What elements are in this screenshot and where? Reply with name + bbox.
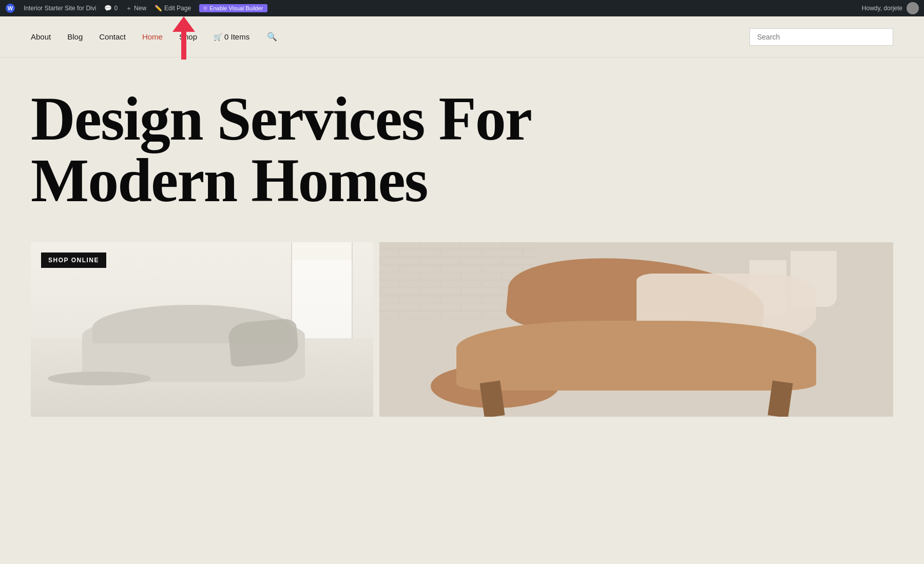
nav-home[interactable]: Home <box>142 32 163 41</box>
comments-link[interactable]: 💬 0 <box>104 5 118 12</box>
shop-online-badge: SHOP ONLINE <box>41 252 106 268</box>
avatar[interactable] <box>907 2 919 14</box>
wp-logo-link[interactable]: W <box>5 3 15 13</box>
nav-contact[interactable]: Contact <box>99 32 126 41</box>
cart-icon: 🛒 <box>214 33 222 41</box>
admin-bar-right: Howdy, dorjete <box>862 2 919 14</box>
interior-scene <box>31 242 373 417</box>
nav-about[interactable]: About <box>31 32 51 41</box>
hero-title: Design Services For Modern Homes <box>31 88 595 211</box>
site-name-link[interactable]: Interior Starter Site for Divi <box>24 5 96 12</box>
search-box <box>749 28 893 46</box>
nav-blog[interactable]: Blog <box>67 32 83 41</box>
chair-seat <box>456 321 816 391</box>
nav-shop[interactable]: Shop <box>179 32 197 41</box>
new-content-link[interactable]: ＋ New <box>126 4 146 13</box>
edit-page-link[interactable]: ✏️ Edit Page <box>155 5 191 12</box>
brick-wall <box>379 242 893 417</box>
chair-leg-right <box>767 381 793 417</box>
nav-cart[interactable]: 🛒 0 Items <box>214 32 249 41</box>
divi-dot-icon <box>203 6 207 10</box>
site-header: About Blog Contact Home Shop 🛒 0 Items 🔍 <box>0 16 924 57</box>
right-image-card[interactable] <box>379 242 893 417</box>
hero-section: Design Services For Modern Homes <box>0 57 924 232</box>
search-input[interactable] <box>749 28 893 46</box>
left-image-card[interactable]: SHOP ONLINE <box>31 242 373 417</box>
admin-bar: W Interior Starter Site for Divi 💬 0 ＋ N… <box>0 0 924 16</box>
search-toggle-button[interactable]: 🔍 <box>266 31 278 43</box>
main-navigation: About Blog Contact Home Shop 🛒 0 Items 🔍 <box>31 31 278 43</box>
coffee-table <box>48 372 150 385</box>
enable-visual-builder-button[interactable]: Enable Visual Builder <box>199 4 267 12</box>
svg-text:W: W <box>8 5 13 11</box>
image-grid: SHOP ONLINE <box>0 232 924 417</box>
